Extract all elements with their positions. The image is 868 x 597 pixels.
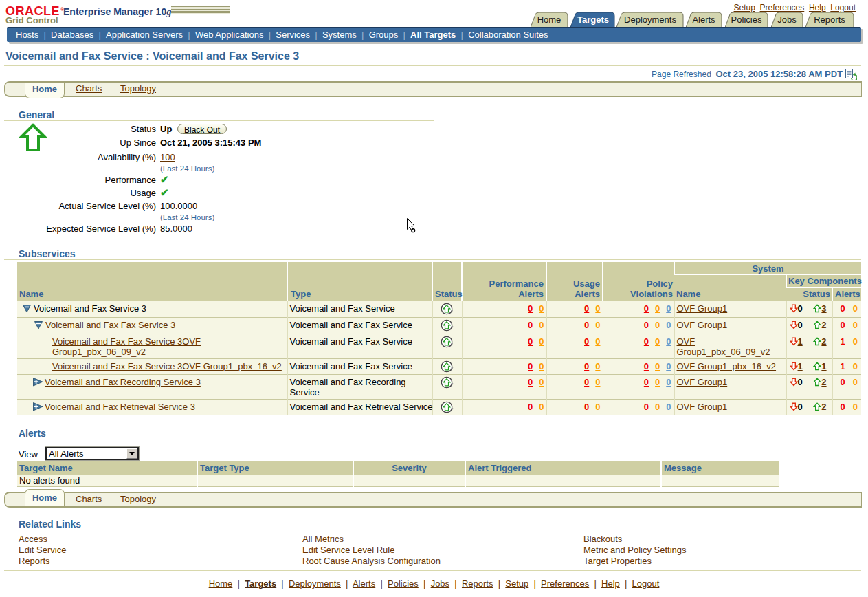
- svg-text:Deployments: Deployments: [624, 14, 676, 25]
- svg-text:Reports: Reports: [814, 14, 845, 25]
- svg-text:Alerts: Alerts: [692, 14, 715, 25]
- svg-text:Home: Home: [537, 14, 561, 25]
- svg-text:Targets: Targets: [577, 14, 609, 25]
- svg-text:Policies: Policies: [731, 14, 762, 25]
- svg-text:Jobs: Jobs: [777, 14, 797, 25]
